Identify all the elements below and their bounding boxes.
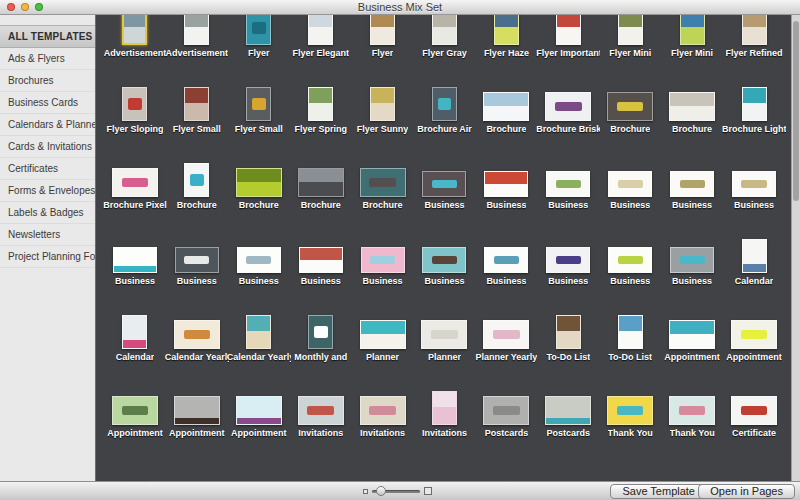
template-thumbnail[interactable] [370,87,395,121]
save-template-button[interactable]: Save Template [610,484,707,499]
template-thumbnail[interactable] [556,315,581,349]
template-thumbnail[interactable] [669,320,715,349]
sidebar-item-newsletters[interactable]: Newsletters [0,224,95,246]
template-cell[interactable]: Brochure [475,69,537,145]
template-thumbnail[interactable] [360,396,406,425]
sidebar-item-all-templates[interactable]: ALL TEMPLATES [0,25,95,48]
template-cell[interactable]: Postcards [475,373,537,449]
template-cell[interactable]: Business [661,221,723,297]
template-cell[interactable]: Calendar [104,297,166,373]
template-thumbnail[interactable] [298,168,344,197]
template-cell[interactable]: Flyer Important [537,15,599,69]
template-cell[interactable]: Flyer Small [228,69,290,145]
template-cell[interactable]: Flyer Small [166,69,228,145]
template-thumbnail[interactable] [184,87,209,121]
template-cell[interactable] [475,449,537,481]
template-cell[interactable]: Brochure [599,69,661,145]
template-thumbnail[interactable] [618,315,643,349]
template-thumbnail[interactable] [742,239,767,273]
template-cell[interactable] [599,449,661,481]
template-thumbnail[interactable] [607,396,653,425]
sidebar-item-brochures[interactable]: Brochures [0,70,95,92]
template-cell[interactable]: Business [104,221,166,297]
template-thumbnail[interactable] [174,320,220,349]
template-cell[interactable]: Invitations [352,373,414,449]
template-cell[interactable]: Calendar [723,221,785,297]
template-thumbnail[interactable] [494,15,519,45]
template-thumbnail[interactable] [556,15,581,45]
template-cell[interactable]: Business [166,221,228,297]
template-cell[interactable]: Business [290,221,352,297]
template-thumbnail[interactable] [670,171,714,197]
open-in-pages-button[interactable]: Open in Pages [698,484,795,499]
template-thumbnail[interactable] [608,247,652,273]
template-thumbnail[interactable] [731,320,777,349]
template-cell[interactable]: To-Do List [537,297,599,373]
template-cell[interactable]: Brochure Pixel [104,145,166,221]
template-cell[interactable] [414,449,476,481]
sidebar-item-calendars-planners[interactable]: Calendars & Planners [0,114,95,136]
template-cell[interactable] [228,449,290,481]
template-cell[interactable]: Flyer [228,15,290,69]
thumbnail-size-slider[interactable] [363,482,432,500]
template-cell[interactable]: Invitations [290,373,352,449]
template-thumbnail[interactable] [236,396,282,425]
template-thumbnail[interactable] [669,396,715,425]
template-thumbnail[interactable] [370,15,395,45]
template-thumbnail[interactable] [432,391,457,425]
sidebar-item-business-cards[interactable]: Business Cards [0,92,95,114]
template-cell[interactable]: Flyer Mini [599,15,661,69]
template-thumbnail[interactable] [361,247,405,273]
template-cell[interactable]: Advertisement [166,15,228,69]
template-cell[interactable]: Brochure [661,69,723,145]
vertical-scrollbar[interactable] [791,15,800,481]
template-cell[interactable]: Flyer Sunny [352,69,414,145]
template-cell[interactable]: Business [228,221,290,297]
template-cell[interactable]: Planner [414,297,476,373]
template-cell[interactable]: Advertisement [104,15,166,69]
sidebar-item-project-planning-forms[interactable]: Project Planning Forms [0,246,95,268]
template-cell[interactable] [352,449,414,481]
template-thumbnail[interactable] [113,247,157,273]
template-cell[interactable]: Planner Yearly [475,297,537,373]
template-cell[interactable]: Business [414,145,476,221]
template-thumbnail[interactable] [618,15,643,45]
template-cell[interactable]: Certificate [723,373,785,449]
template-cell[interactable]: Appointment [661,297,723,373]
template-cell[interactable]: Business [723,145,785,221]
template-cell[interactable]: Flyer Spring [290,69,352,145]
template-cell[interactable]: Thank You [661,373,723,449]
template-cell[interactable]: Business [414,221,476,297]
template-thumbnail[interactable] [607,92,653,121]
template-thumbnail[interactable] [298,396,344,425]
template-thumbnail[interactable] [112,168,158,197]
template-thumbnail[interactable] [483,92,529,121]
template-cell[interactable] [661,449,723,481]
template-thumbnail[interactable] [670,247,714,273]
template-thumbnail[interactable] [175,247,219,273]
template-cell[interactable]: Appointment [166,373,228,449]
template-thumbnail[interactable] [484,247,528,273]
template-cell[interactable]: Postcards [537,373,599,449]
template-thumbnail[interactable] [184,163,209,197]
template-thumbnail[interactable] [122,87,147,121]
template-thumbnail[interactable] [360,168,406,197]
template-cell[interactable]: Calendar Yearly [166,297,228,373]
template-cell[interactable] [290,449,352,481]
template-thumbnail[interactable] [669,92,715,121]
template-thumbnail[interactable] [608,171,652,197]
template-cell[interactable]: Business [599,221,661,297]
template-cell[interactable]: Flyer [352,15,414,69]
template-thumbnail[interactable] [236,168,282,197]
template-thumbnail[interactable] [422,247,466,273]
template-thumbnail[interactable] [483,320,529,349]
template-thumbnail[interactable] [545,92,591,121]
template-cell[interactable]: Business [661,145,723,221]
template-cell[interactable]: Flyer Refined [723,15,785,69]
template-thumbnail[interactable] [546,247,590,273]
slider-knob[interactable] [376,486,386,496]
template-thumbnail[interactable] [308,15,333,45]
template-cell[interactable]: Thank You [599,373,661,449]
template-cell[interactable]: Business [475,221,537,297]
template-thumbnail-selected[interactable] [122,15,147,45]
